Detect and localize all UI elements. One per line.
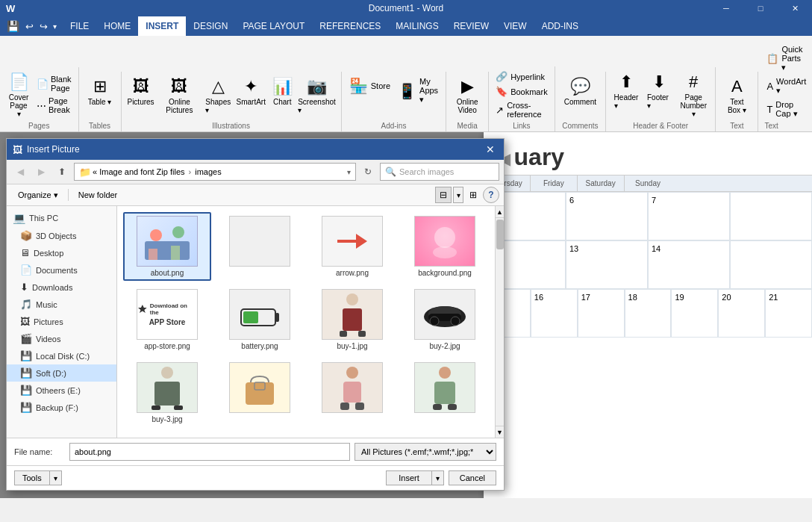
- tools-button[interactable]: Tools: [14, 470, 50, 485]
- save-quick-btn[interactable]: 💾: [4, 19, 22, 34]
- online-video-button[interactable]: ▶ Online Video: [451, 75, 484, 116]
- refresh-button[interactable]: ↻: [359, 164, 377, 180]
- online-pictures-button[interactable]: 🖼 Online Pictures: [157, 75, 202, 116]
- page-break-button[interactable]: ⋯ Page Break: [34, 95, 74, 116]
- dropdown-quick-btn[interactable]: ▾: [51, 21, 58, 32]
- sidebar-item-3dobjects[interactable]: 📦 3D Objects: [7, 227, 116, 244]
- scroll-thumb[interactable]: [496, 220, 504, 249]
- file-buy3[interactable]: buy-3.jpg: [123, 358, 211, 427]
- menu-addins[interactable]: ADD-INS: [534, 16, 586, 36]
- blank-page-button[interactable]: 📄 Blank Page: [34, 73, 74, 94]
- app-icon-area: W: [0, 3, 15, 14]
- dialog-scrollbar[interactable]: ▲ ▼: [495, 206, 504, 438]
- shapes-button[interactable]: △ Shapes ▾: [203, 75, 233, 116]
- sidebar-item-videos[interactable]: 🎬 Videos: [7, 330, 116, 347]
- wordart-button[interactable]: A WordArt ▾: [764, 75, 808, 97]
- hyperlink-button[interactable]: 🔗Hyperlink: [493, 69, 550, 84]
- view-pane-button[interactable]: ⊞: [465, 187, 481, 203]
- sidebar-item-pictures[interactable]: 🖼 Pictures: [7, 313, 116, 330]
- nav-forward-button[interactable]: ▶: [32, 164, 50, 180]
- breadcrumb-dropdown-icon[interactable]: ▾: [347, 168, 351, 176]
- menu-references[interactable]: REFERENCES: [312, 16, 388, 36]
- dialog-title-text: Insert Picture: [27, 144, 80, 155]
- file-person2[interactable]: [401, 358, 489, 427]
- sidebar-item-documents[interactable]: 📄 Documents: [7, 261, 116, 279]
- my-apps-button[interactable]: 📱 My Apps ▾: [395, 75, 441, 107]
- smartart-button[interactable]: ✦ SmartArt: [234, 75, 267, 108]
- file-person1[interactable]: [308, 358, 396, 427]
- file-bag[interactable]: [216, 358, 304, 427]
- menu-review[interactable]: REVIEW: [446, 16, 496, 36]
- view-list-button[interactable]: ⊟: [435, 187, 452, 203]
- sidebar-item-downloads[interactable]: ⬇ Downloads: [7, 279, 116, 296]
- screenshot-button[interactable]: 📷 Screenshot ▾: [297, 75, 337, 116]
- store-button[interactable]: 🏪 Store: [346, 75, 393, 97]
- close-button[interactable]: ✕: [778, 0, 812, 16]
- svg-rect-9: [275, 313, 279, 322]
- pictures-button[interactable]: 🖼 Pictures: [126, 75, 156, 108]
- drop-cap-button[interactable]: T Drop Cap ▾: [764, 99, 808, 120]
- cancel-button[interactable]: Cancel: [449, 470, 496, 485]
- scroll-up-arrow[interactable]: ▲: [496, 206, 504, 218]
- nav-back-button[interactable]: ◀: [11, 164, 29, 180]
- file-appstore[interactable]: Download on the APP Store app-store.png: [123, 285, 211, 354]
- filename-input[interactable]: [69, 443, 350, 461]
- footer-button[interactable]: ⬇ Footer ▾: [643, 70, 675, 112]
- file-buy2[interactable]: buy-2.jpg: [401, 285, 489, 354]
- search-bar[interactable]: 🔍 Search images: [380, 163, 499, 181]
- cal-cell-17: 17: [578, 289, 625, 338]
- sidebar-item-othere[interactable]: 💾 Otheers (E:): [7, 382, 116, 399]
- table-button[interactable]: ⊞ Table ▾: [84, 75, 116, 108]
- redo-quick-btn[interactable]: ↪: [37, 19, 50, 34]
- undo-quick-btn[interactable]: ↩: [23, 19, 36, 34]
- file-empty1[interactable]: [216, 212, 304, 281]
- quick-parts-button[interactable]: 📋 Quick Parts ▾: [764, 43, 808, 74]
- insert-button[interactable]: Insert: [386, 470, 432, 485]
- maximize-button[interactable]: □: [743, 0, 778, 16]
- scroll-down-arrow[interactable]: ▼: [496, 426, 504, 438]
- file-buy1[interactable]: buy-1.jpg: [308, 285, 396, 354]
- svg-rect-22: [152, 406, 160, 410]
- file-buy3-name: buy-3.jpg: [152, 415, 182, 423]
- menu-insert[interactable]: INSERT: [138, 16, 186, 36]
- view-dropdown-button[interactable]: ▾: [453, 187, 463, 203]
- cover-page-button[interactable]: 📄 Cover Page ▾: [4, 70, 33, 120]
- bookmark-button[interactable]: 🔖Bookmark: [493, 84, 550, 99]
- sidebar-item-backupf[interactable]: 💾 Backup (F:): [7, 399, 116, 416]
- sidebar-item-localc[interactable]: 💾 Local Disk (C:): [7, 347, 116, 364]
- tools-dropdown-button[interactable]: ▾: [50, 470, 62, 485]
- menu-design[interactable]: DESIGN: [186, 16, 235, 36]
- menu-file[interactable]: FILE: [63, 16, 96, 36]
- menu-mailings[interactable]: MAILINGS: [388, 16, 446, 36]
- insert-dropdown-button[interactable]: ▾: [432, 470, 444, 485]
- file-arrow[interactable]: arrow.png: [308, 212, 396, 281]
- comment-button[interactable]: 💬 Comment: [560, 75, 601, 108]
- svg-rect-33: [448, 404, 457, 410]
- file-about[interactable]: about.png: [123, 212, 211, 281]
- filetype-select[interactable]: All Pictures (*.emf;*.wmf;*.jpg;*: [355, 443, 496, 461]
- svg-point-30: [439, 367, 451, 379]
- sidebar-item-thispc[interactable]: 💻 This PC: [7, 209, 116, 227]
- page-number-button[interactable]: # Page Number ▾: [676, 70, 710, 120]
- chart-button[interactable]: 📊 Chart: [269, 75, 296, 108]
- file-background[interactable]: background.png: [401, 212, 489, 281]
- organize-button[interactable]: Organize ▾: [11, 188, 65, 202]
- menu-page-layout[interactable]: PAGE LAYOUT: [235, 16, 312, 36]
- menu-home[interactable]: HOME: [96, 16, 138, 36]
- help-button[interactable]: ?: [483, 187, 499, 203]
- new-folder-button[interactable]: New folder: [72, 188, 125, 202]
- header-button[interactable]: ⬆ Header ▾: [610, 70, 642, 112]
- nav-up-button[interactable]: ⬆: [53, 164, 71, 180]
- breadcrumb-bar[interactable]: 📁 « Image and font Zip files › images ▾: [74, 163, 356, 181]
- menu-view[interactable]: VIEW: [496, 16, 534, 36]
- sidebar-item-music[interactable]: 🎵 Music: [7, 296, 116, 313]
- sidebar-item-softd[interactable]: 💾 Soft (D:): [7, 364, 116, 382]
- dialog-close-button[interactable]: ✕: [483, 143, 498, 156]
- calendar-month: ◀ uary: [484, 132, 812, 175]
- sidebar-item-desktop[interactable]: 🖥 Desktop: [7, 244, 116, 261]
- dialog-file-grid: about.png arrow.png: [117, 206, 495, 438]
- minimize-button[interactable]: ─: [709, 0, 743, 16]
- textbox-button[interactable]: A Text Box ▾: [720, 75, 753, 116]
- cross-reference-button[interactable]: ↗Cross-reference: [493, 99, 550, 120]
- file-battery[interactable]: battery.png: [216, 285, 304, 354]
